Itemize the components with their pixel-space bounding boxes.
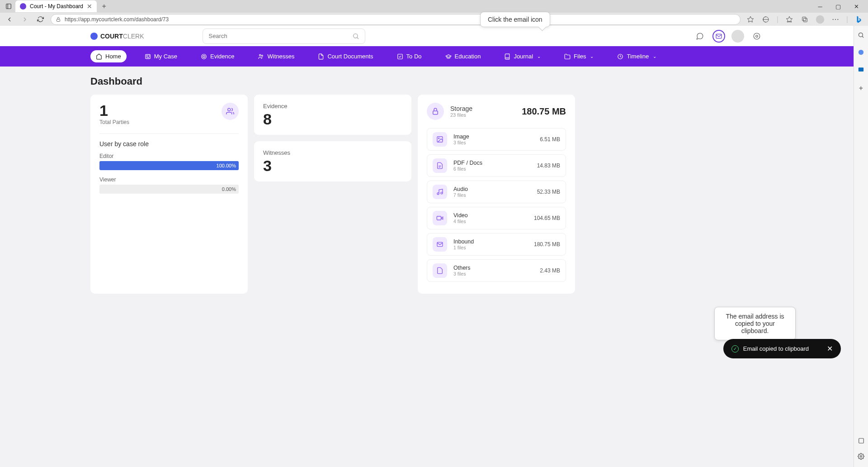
progress-bar: 0.00% bbox=[99, 185, 239, 194]
nav-item-court-documents[interactable]: Court Documents bbox=[312, 50, 378, 62]
witnesses-count: 3 bbox=[263, 158, 402, 173]
search-box[interactable] bbox=[203, 29, 365, 44]
url-field[interactable]: https://app.mycourtclerk.com/dashboard/7… bbox=[51, 14, 741, 25]
middle-column: Evidence 8 Witnesses 3 bbox=[254, 95, 411, 294]
url-text: https://app.mycourtclerk.com/dashboard/7… bbox=[65, 16, 169, 23]
more-icon[interactable]: ⋯ bbox=[831, 15, 840, 24]
toast: ✓ Email copied to clipboard ✕ bbox=[723, 339, 841, 358]
sidebar-panel-icon[interactable] bbox=[857, 436, 866, 445]
nav-item-evidence[interactable]: Evidence bbox=[195, 50, 240, 62]
nav-item-education[interactable]: Education bbox=[440, 50, 486, 62]
check-icon bbox=[397, 53, 403, 60]
audio-icon bbox=[433, 185, 447, 199]
favorites-list-icon[interactable] bbox=[785, 15, 794, 24]
refresh-button[interactable] bbox=[35, 14, 45, 24]
storage-title: Storage bbox=[450, 105, 515, 112]
close-window-icon[interactable]: ✕ bbox=[850, 2, 863, 11]
sidebar-settings-icon[interactable] bbox=[857, 452, 866, 461]
file-size: 104.65 MB bbox=[534, 215, 560, 221]
file-name: PDF / Docs bbox=[453, 160, 531, 166]
tab-actions-icon[interactable] bbox=[4, 1, 14, 11]
chat-icon[interactable] bbox=[693, 30, 706, 43]
svg-point-10 bbox=[859, 33, 863, 37]
file-row[interactable]: Inbound 1 files 180.75 MB bbox=[427, 233, 566, 256]
file-row[interactable]: Image 3 files 6.51 MB bbox=[427, 128, 566, 151]
nav-item-to-do[interactable]: To Do bbox=[392, 50, 427, 62]
svg-line-11 bbox=[862, 36, 863, 38]
evidence-count: 8 bbox=[263, 111, 402, 127]
nav-label: Timeline bbox=[627, 53, 649, 60]
browser-tab[interactable]: Court - My Dashboard ✕ bbox=[15, 0, 97, 12]
svg-rect-0 bbox=[6, 4, 11, 9]
maximize-icon[interactable]: ▢ bbox=[832, 2, 844, 11]
toast-close-icon[interactable]: ✕ bbox=[827, 344, 833, 353]
svg-marker-5 bbox=[786, 16, 792, 22]
search-icon bbox=[352, 33, 359, 40]
forward-button[interactable] bbox=[20, 14, 30, 24]
file-row[interactable]: Video 4 files 104.65 MB bbox=[427, 207, 566, 229]
sidebar-search-icon[interactable] bbox=[857, 30, 866, 39]
progress-fill: 100.00% bbox=[99, 161, 239, 170]
parties-count: 1 bbox=[99, 103, 129, 118]
tab-favicon-icon bbox=[20, 3, 26, 10]
check-icon: ✓ bbox=[731, 345, 739, 353]
svg-rect-13 bbox=[859, 67, 863, 71]
svg-rect-14 bbox=[859, 438, 863, 443]
file-name: Others bbox=[453, 265, 533, 271]
nav-item-files[interactable]: Files⌄ bbox=[559, 50, 599, 62]
svg-point-22 bbox=[146, 55, 147, 56]
nav-item-journal[interactable]: Journal⌄ bbox=[499, 50, 546, 62]
mail-icon[interactable] bbox=[712, 30, 725, 43]
nav-label: Witnesses bbox=[267, 53, 294, 60]
file-row[interactable]: Others 3 files 2.43 MB bbox=[427, 259, 566, 282]
home-icon bbox=[96, 53, 102, 60]
file-row[interactable]: PDF / Docs 6 files 14.83 MB bbox=[427, 154, 566, 177]
nav-label: To Do bbox=[406, 53, 422, 60]
file-count: 7 files bbox=[453, 192, 531, 198]
doc-icon bbox=[433, 158, 447, 173]
page-title: Dashboard bbox=[90, 76, 763, 87]
nav-label: Files bbox=[574, 53, 586, 60]
lock-icon bbox=[56, 17, 61, 22]
parties-label: Total Parties bbox=[99, 119, 129, 125]
cards-row: 1 Total Parties User by case role Editor… bbox=[90, 95, 763, 294]
nav-item-my-case[interactable]: My Case bbox=[139, 50, 183, 62]
sidebar-outlook-icon[interactable] bbox=[857, 65, 866, 74]
minimize-icon[interactable]: ─ bbox=[814, 2, 826, 11]
collections-icon[interactable] bbox=[800, 15, 809, 24]
nav-item-home[interactable]: Home bbox=[90, 50, 127, 62]
file-row[interactable]: Audio 7 files 52.33 MB bbox=[427, 181, 566, 203]
svg-point-24 bbox=[203, 55, 205, 57]
book-icon bbox=[504, 53, 510, 60]
back-button[interactable] bbox=[5, 14, 14, 24]
file-size: 14.83 MB bbox=[537, 162, 560, 169]
svg-point-29 bbox=[228, 108, 231, 111]
clock-icon bbox=[617, 53, 623, 60]
logo-text-light: CLERK bbox=[123, 33, 144, 40]
tab-close-icon[interactable]: ✕ bbox=[87, 3, 92, 10]
bing-icon[interactable] bbox=[854, 15, 863, 24]
file-size: 2.43 MB bbox=[540, 267, 560, 274]
sidebar-add-icon[interactable]: + bbox=[857, 84, 866, 93]
new-tab-button[interactable]: + bbox=[99, 1, 109, 12]
nav-item-timeline[interactable]: Timeline⌄ bbox=[612, 50, 662, 62]
favorite-icon[interactable] bbox=[746, 15, 755, 24]
file-count: 6 files bbox=[453, 166, 531, 172]
file-count: 3 files bbox=[453, 271, 533, 276]
sidebar-copilot-icon[interactable] bbox=[857, 48, 866, 57]
logo[interactable]: COURTCLERK bbox=[90, 33, 144, 40]
evidence-label: Evidence bbox=[263, 103, 402, 110]
svg-point-36 bbox=[441, 192, 443, 194]
profile-icon[interactable] bbox=[816, 15, 825, 24]
chevron-down-icon: ⌄ bbox=[537, 54, 541, 59]
extension-icon[interactable] bbox=[761, 15, 770, 24]
video-icon bbox=[433, 211, 447, 225]
search-input[interactable] bbox=[208, 33, 352, 39]
settings-icon[interactable] bbox=[750, 30, 763, 43]
file-size: 6.51 MB bbox=[540, 136, 560, 143]
browser-chrome: Court - My Dashboard ✕ + ─ ▢ ✕ https://a… bbox=[0, 0, 868, 26]
avatar[interactable] bbox=[731, 30, 744, 43]
doc-icon bbox=[318, 53, 324, 60]
nav-item-witnesses[interactable]: Witnesses bbox=[252, 50, 300, 62]
roles-section-title: User by case role bbox=[99, 140, 239, 148]
